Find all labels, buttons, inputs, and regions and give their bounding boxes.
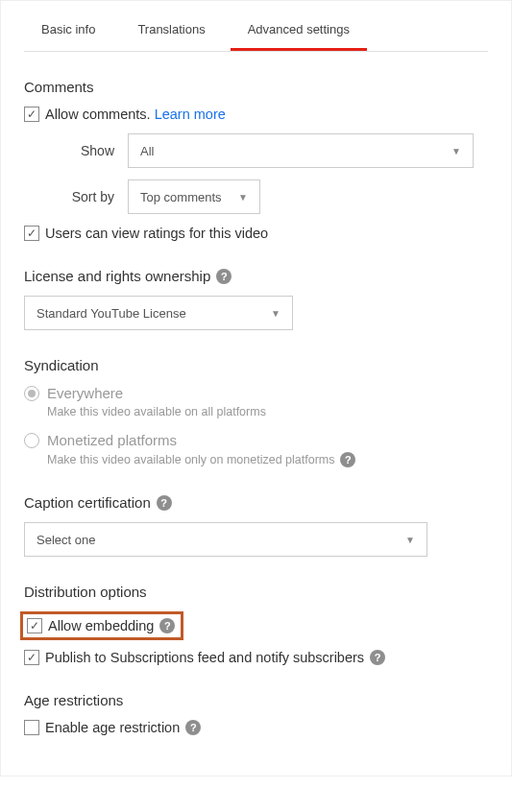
chevron-down-icon: ▼: [451, 146, 461, 156]
allow-embedding-highlight: Allow embedding ?: [20, 611, 183, 640]
view-ratings-checkbox[interactable]: [24, 226, 39, 241]
caption-section: Caption certification ? Select one ▼: [24, 494, 488, 557]
caption-value: Select one: [37, 533, 95, 547]
allow-embedding-label: Allow embedding: [48, 618, 154, 633]
view-ratings-label: Users can view ratings for this video: [45, 226, 268, 241]
everywhere-desc: Make this video available on all platfor…: [47, 405, 488, 418]
tabs: Basic info Translations Advanced setting…: [24, 11, 488, 52]
syndication-section: Syndication Everywhere Make this video a…: [24, 357, 488, 467]
help-icon[interactable]: ?: [159, 618, 175, 633]
distribution-section: Distribution options Allow embedding ? P…: [24, 584, 488, 665]
show-label: Show: [24, 143, 128, 158]
learn-more-link[interactable]: Learn more: [155, 107, 226, 122]
license-title: License and rights ownership: [24, 268, 210, 284]
age-restriction-label: Enable age restriction: [45, 720, 180, 735]
show-select[interactable]: All ▼: [128, 133, 474, 168]
syndication-title: Syndication: [24, 357, 488, 373]
caption-title: Caption certification: [24, 494, 151, 511]
sort-by-select[interactable]: Top comments ▼: [128, 179, 260, 214]
monetized-label: Monetized platforms: [47, 432, 177, 448]
distribution-title: Distribution options: [24, 584, 488, 600]
comments-title: Comments: [24, 79, 488, 95]
everywhere-radio[interactable]: [24, 386, 39, 401]
chevron-down-icon: ▼: [238, 192, 248, 203]
license-select[interactable]: Standard YouTube License ▼: [24, 296, 293, 330]
caption-select[interactable]: Select one ▼: [24, 522, 427, 557]
sort-by-value: Top comments: [140, 190, 222, 204]
age-restriction-checkbox[interactable]: [24, 720, 39, 735]
sort-by-label: Sort by: [24, 189, 128, 204]
monetized-radio[interactable]: [24, 433, 39, 448]
monetized-desc: Make this video available only on moneti…: [47, 452, 488, 467]
help-icon[interactable]: ?: [185, 720, 201, 735]
allow-comments-checkbox[interactable]: [24, 107, 39, 122]
help-icon[interactable]: ?: [157, 495, 172, 511]
age-title: Age restrictions: [24, 692, 488, 708]
allow-embedding-checkbox[interactable]: [27, 618, 42, 633]
comments-section: Comments Allow comments. Learn more Show…: [24, 79, 488, 241]
tab-basic-info[interactable]: Basic info: [24, 11, 112, 51]
publish-feed-label: Publish to Subscriptions feed and notify…: [45, 650, 364, 665]
help-icon[interactable]: ?: [370, 650, 385, 665]
help-icon[interactable]: ?: [340, 452, 355, 467]
chevron-down-icon: ▼: [271, 308, 280, 319]
publish-feed-checkbox[interactable]: [24, 650, 39, 665]
tab-advanced-settings[interactable]: Advanced settings: [231, 11, 367, 51]
allow-comments-label: Allow comments. Learn more: [45, 107, 226, 122]
help-icon[interactable]: ?: [216, 269, 232, 284]
tab-translations[interactable]: Translations: [120, 11, 222, 51]
chevron-down-icon: ▼: [405, 535, 415, 545]
license-value: Standard YouTube License: [37, 306, 186, 321]
license-section: License and rights ownership ? Standard …: [24, 268, 488, 330]
show-value: All: [140, 144, 154, 158]
age-section: Age restrictions Enable age restriction …: [24, 692, 488, 735]
everywhere-label: Everywhere: [47, 385, 123, 401]
